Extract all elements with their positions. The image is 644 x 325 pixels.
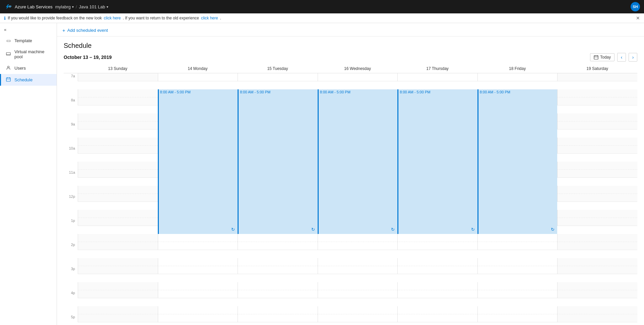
breadcrumb-java101lab[interactable]: Java 101 Lab ▾ (79, 4, 108, 9)
day-cell-thu-15[interactable] (397, 258, 477, 266)
day-cell-mon-17[interactable] (158, 282, 238, 290)
prev-week-button[interactable]: ‹ (617, 53, 626, 62)
day-cell-sun-14[interactable] (78, 242, 158, 250)
day-cell-sun-0[interactable] (78, 73, 158, 81)
day-cell-wed-15[interactable] (318, 258, 398, 266)
day-cell-sun-15[interactable] (78, 258, 158, 266)
sidebar-collapse-button[interactable]: « (0, 24, 57, 35)
sidebar-item-template[interactable]: ▭ Template (0, 35, 57, 46)
day-cell-wed-17[interactable] (318, 282, 398, 290)
day-cell-sat-0[interactable] (557, 73, 637, 81)
day-cell-wed-0[interactable] (318, 73, 398, 81)
day-cell-thu-18[interactable] (397, 290, 477, 298)
day-cell-fri-20[interactable] (477, 314, 558, 322)
day-cell-fri-16[interactable] (477, 266, 558, 274)
day-cell-sun-2[interactable] (78, 97, 158, 105)
day-cell-sun-3[interactable] (78, 113, 158, 121)
day-cell-sat-5[interactable] (557, 138, 637, 146)
day-cell-sun-8[interactable] (78, 170, 158, 178)
banner-link2[interactable]: click here (201, 16, 218, 20)
day-cell-tue-20[interactable] (238, 314, 318, 322)
day-cell-sat-19[interactable] (557, 306, 637, 314)
day-cell-fri-17[interactable] (477, 282, 558, 290)
event-block-day-2[interactable]: 8:00 AM - 5:00 PM↻ (238, 89, 318, 234)
day-cell-sun-10[interactable] (78, 194, 158, 202)
day-cell-tue-18[interactable] (238, 290, 318, 298)
sidebar-item-users[interactable]: Users (0, 62, 57, 74)
day-cell-fri-0[interactable] (477, 73, 558, 81)
day-cell-sat-6[interactable] (557, 146, 637, 154)
day-cell-mon-15[interactable] (158, 258, 238, 266)
day-cell-wed-13[interactable] (318, 234, 398, 242)
day-cell-tue-0[interactable] (238, 73, 318, 81)
day-cell-sun-6[interactable] (78, 146, 158, 154)
day-cell-sat-2[interactable] (557, 97, 637, 105)
day-cell-sat-17[interactable] (557, 282, 637, 290)
day-cell-sun-11[interactable] (78, 210, 158, 218)
day-cell-sun-12[interactable] (78, 218, 158, 226)
day-cell-tue-19[interactable] (238, 306, 318, 314)
day-cell-mon-13[interactable] (158, 234, 238, 242)
day-cell-sat-12[interactable] (557, 218, 637, 226)
avatar[interactable]: SH (631, 2, 640, 11)
event-block-day-4[interactable]: 8:00 AM - 5:00 PM↻ (397, 89, 477, 234)
day-cell-mon-19[interactable] (158, 306, 238, 314)
day-cell-sun-17[interactable] (78, 282, 158, 290)
event-block-day-5[interactable]: 8:00 AM - 5:00 PM↻ (477, 89, 558, 234)
day-cell-sun-4[interactable] (78, 121, 158, 130)
day-cell-sat-11[interactable] (557, 210, 637, 218)
day-cell-mon-18[interactable] (158, 290, 238, 298)
day-cell-sun-13[interactable] (78, 234, 158, 242)
day-cell-sat-3[interactable] (557, 113, 637, 121)
day-cell-fri-14[interactable] (477, 242, 558, 250)
day-cell-sat-15[interactable] (557, 258, 637, 266)
breadcrumb-mylabrg[interactable]: mylabrg ▾ (55, 4, 74, 9)
day-cell-sun-1[interactable] (78, 89, 158, 97)
sidebar-item-schedule[interactable]: Schedule (0, 74, 57, 86)
day-cell-sun-20[interactable] (78, 314, 158, 322)
add-event-button[interactable]: + Add scheduled event (62, 26, 108, 34)
banner-close-button[interactable]: ✕ (636, 15, 640, 21)
day-cell-thu-14[interactable] (397, 242, 477, 250)
day-cell-tue-17[interactable] (238, 282, 318, 290)
day-cell-mon-20[interactable] (158, 314, 238, 322)
day-cell-thu-13[interactable] (397, 234, 477, 242)
day-cell-sun-7[interactable] (78, 162, 158, 170)
day-cell-wed-14[interactable] (318, 242, 398, 250)
day-cell-sat-1[interactable] (557, 89, 637, 97)
day-cell-sun-5[interactable] (78, 138, 158, 146)
day-cell-fri-13[interactable] (477, 234, 558, 242)
day-cell-thu-16[interactable] (397, 266, 477, 274)
next-week-button[interactable]: › (629, 53, 637, 62)
day-cell-fri-15[interactable] (477, 258, 558, 266)
day-cell-fri-18[interactable] (477, 290, 558, 298)
day-cell-wed-19[interactable] (318, 306, 398, 314)
event-block-day-3[interactable]: 8:00 AM - 5:00 PM↻ (318, 89, 398, 234)
day-cell-sat-14[interactable] (557, 242, 637, 250)
day-cell-sun-18[interactable] (78, 290, 158, 298)
day-cell-thu-19[interactable] (397, 306, 477, 314)
day-cell-tue-13[interactable] (238, 234, 318, 242)
day-cell-sun-19[interactable] (78, 306, 158, 314)
day-cell-mon-0[interactable] (158, 73, 238, 81)
day-cell-mon-14[interactable] (158, 242, 238, 250)
day-cell-thu-0[interactable] (397, 73, 477, 81)
day-cell-wed-16[interactable] (318, 266, 398, 274)
day-cell-tue-14[interactable] (238, 242, 318, 250)
event-block-day-1[interactable]: 8:00 AM - 5:00 PM↻ (158, 89, 238, 234)
day-cell-sat-16[interactable] (557, 266, 637, 274)
day-cell-sun-16[interactable] (78, 266, 158, 274)
day-cell-sat-18[interactable] (557, 290, 637, 298)
day-cell-sat-13[interactable] (557, 234, 637, 242)
day-cell-tue-16[interactable] (238, 266, 318, 274)
day-cell-thu-20[interactable] (397, 314, 477, 322)
banner-link1[interactable]: click here (104, 16, 121, 20)
day-cell-mon-16[interactable] (158, 266, 238, 274)
sidebar-item-vm-pool[interactable]: Virtual machine pool (0, 46, 57, 62)
day-cell-sat-8[interactable] (557, 170, 637, 178)
day-cell-sun-9[interactable] (78, 186, 158, 194)
day-cell-wed-18[interactable] (318, 290, 398, 298)
day-cell-wed-20[interactable] (318, 314, 398, 322)
day-cell-sat-10[interactable] (557, 194, 637, 202)
day-cell-sat-4[interactable] (557, 121, 637, 130)
